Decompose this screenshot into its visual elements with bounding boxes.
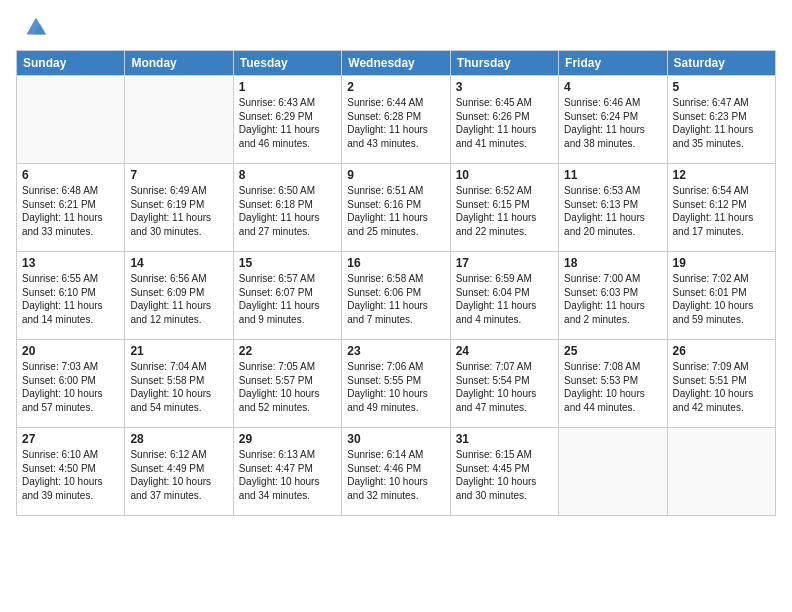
calendar-cell: 22Sunrise: 7:05 AMSunset: 5:57 PMDayligh…: [233, 340, 341, 428]
cell-info-line: and 44 minutes.: [564, 401, 661, 415]
cell-info-line: Sunset: 5:58 PM: [130, 374, 227, 388]
day-header-sunday: Sunday: [17, 51, 125, 76]
cell-info-line: Sunrise: 6:43 AM: [239, 96, 336, 110]
cell-info-line: Sunrise: 6:51 AM: [347, 184, 444, 198]
cell-info-line: Sunrise: 6:47 AM: [673, 96, 770, 110]
cell-info-line: and 2 minutes.: [564, 313, 661, 327]
calendar-cell: 8Sunrise: 6:50 AMSunset: 6:18 PMDaylight…: [233, 164, 341, 252]
calendar-cell: 15Sunrise: 6:57 AMSunset: 6:07 PMDayligh…: [233, 252, 341, 340]
cell-info-line: Sunset: 5:55 PM: [347, 374, 444, 388]
cell-info-line: Sunset: 6:13 PM: [564, 198, 661, 212]
calendar-cell: [125, 76, 233, 164]
cell-info-line: Daylight: 11 hours: [347, 211, 444, 225]
day-number: 3: [456, 80, 553, 94]
cell-info-line: Daylight: 11 hours: [130, 299, 227, 313]
day-number: 26: [673, 344, 770, 358]
cell-info-line: Daylight: 11 hours: [22, 299, 119, 313]
day-number: 24: [456, 344, 553, 358]
day-header-monday: Monday: [125, 51, 233, 76]
calendar-cell: 3Sunrise: 6:45 AMSunset: 6:26 PMDaylight…: [450, 76, 558, 164]
calendar-cell: 9Sunrise: 6:51 AMSunset: 6:16 PMDaylight…: [342, 164, 450, 252]
cell-info-line: Sunrise: 6:48 AM: [22, 184, 119, 198]
cell-info-line: Sunset: 6:29 PM: [239, 110, 336, 124]
cell-info-line: Sunrise: 6:46 AM: [564, 96, 661, 110]
calendar-cell: 29Sunrise: 6:13 AMSunset: 4:47 PMDayligh…: [233, 428, 341, 516]
calendar-week-5: 27Sunrise: 6:10 AMSunset: 4:50 PMDayligh…: [17, 428, 776, 516]
day-number: 28: [130, 432, 227, 446]
calendar-cell: 5Sunrise: 6:47 AMSunset: 6:23 PMDaylight…: [667, 76, 775, 164]
cell-info-line: Sunset: 6:03 PM: [564, 286, 661, 300]
cell-info-line: Sunrise: 7:08 AM: [564, 360, 661, 374]
cell-info-line: Sunrise: 7:06 AM: [347, 360, 444, 374]
cell-info-line: Sunset: 6:19 PM: [130, 198, 227, 212]
logo-icon: [22, 12, 50, 40]
cell-info-line: Sunrise: 7:03 AM: [22, 360, 119, 374]
cell-info-line: Daylight: 10 hours: [456, 387, 553, 401]
day-header-tuesday: Tuesday: [233, 51, 341, 76]
calendar-cell: [667, 428, 775, 516]
cell-info-line: Sunrise: 6:10 AM: [22, 448, 119, 462]
day-number: 4: [564, 80, 661, 94]
cell-info-line: Daylight: 10 hours: [239, 475, 336, 489]
cell-info-line: Sunrise: 6:57 AM: [239, 272, 336, 286]
cell-info-line: Daylight: 10 hours: [22, 387, 119, 401]
cell-info-line: Sunset: 6:26 PM: [456, 110, 553, 124]
cell-info-line: Daylight: 10 hours: [673, 299, 770, 313]
cell-info-line: Sunset: 6:24 PM: [564, 110, 661, 124]
cell-info-line: Sunset: 6:18 PM: [239, 198, 336, 212]
calendar-cell: 7Sunrise: 6:49 AMSunset: 6:19 PMDaylight…: [125, 164, 233, 252]
cell-info-line: and 59 minutes.: [673, 313, 770, 327]
calendar-cell: 2Sunrise: 6:44 AMSunset: 6:28 PMDaylight…: [342, 76, 450, 164]
cell-info-line: Sunset: 6:23 PM: [673, 110, 770, 124]
day-number: 16: [347, 256, 444, 270]
cell-info-line: Daylight: 11 hours: [22, 211, 119, 225]
day-number: 18: [564, 256, 661, 270]
calendar-cell: 1Sunrise: 6:43 AMSunset: 6:29 PMDaylight…: [233, 76, 341, 164]
day-number: 1: [239, 80, 336, 94]
cell-info-line: Daylight: 11 hours: [673, 123, 770, 137]
cell-info-line: and 4 minutes.: [456, 313, 553, 327]
calendar-week-1: 1Sunrise: 6:43 AMSunset: 6:29 PMDaylight…: [17, 76, 776, 164]
calendar-cell: 30Sunrise: 6:14 AMSunset: 4:46 PMDayligh…: [342, 428, 450, 516]
cell-info-line: Daylight: 10 hours: [130, 387, 227, 401]
cell-info-line: Sunrise: 6:44 AM: [347, 96, 444, 110]
calendar-cell: 18Sunrise: 7:00 AMSunset: 6:03 PMDayligh…: [559, 252, 667, 340]
cell-info-line: Sunset: 6:12 PM: [673, 198, 770, 212]
cell-info-line: Sunset: 4:47 PM: [239, 462, 336, 476]
cell-info-line: Sunrise: 6:52 AM: [456, 184, 553, 198]
calendar-cell: [17, 76, 125, 164]
cell-info-line: Sunset: 5:51 PM: [673, 374, 770, 388]
cell-info-line: and 41 minutes.: [456, 137, 553, 151]
cell-info-line: Sunrise: 6:58 AM: [347, 272, 444, 286]
day-number: 30: [347, 432, 444, 446]
day-number: 25: [564, 344, 661, 358]
calendar-cell: 21Sunrise: 7:04 AMSunset: 5:58 PMDayligh…: [125, 340, 233, 428]
cell-info-line: Sunrise: 6:56 AM: [130, 272, 227, 286]
calendar-week-3: 13Sunrise: 6:55 AMSunset: 6:10 PMDayligh…: [17, 252, 776, 340]
cell-info-line: Sunrise: 7:07 AM: [456, 360, 553, 374]
day-number: 27: [22, 432, 119, 446]
cell-info-line: Daylight: 10 hours: [130, 475, 227, 489]
day-number: 5: [673, 80, 770, 94]
calendar-cell: 10Sunrise: 6:52 AMSunset: 6:15 PMDayligh…: [450, 164, 558, 252]
day-number: 8: [239, 168, 336, 182]
cell-info-line: Sunrise: 7:05 AM: [239, 360, 336, 374]
cell-info-line: and 54 minutes.: [130, 401, 227, 415]
cell-info-line: and 49 minutes.: [347, 401, 444, 415]
day-number: 7: [130, 168, 227, 182]
cell-info-line: Sunrise: 6:53 AM: [564, 184, 661, 198]
calendar-cell: 28Sunrise: 6:12 AMSunset: 4:49 PMDayligh…: [125, 428, 233, 516]
cell-info-line: and 52 minutes.: [239, 401, 336, 415]
cell-info-line: and 32 minutes.: [347, 489, 444, 503]
cell-info-line: Sunset: 6:21 PM: [22, 198, 119, 212]
cell-info-line: Sunset: 5:53 PM: [564, 374, 661, 388]
cell-info-line: and 47 minutes.: [456, 401, 553, 415]
calendar: SundayMondayTuesdayWednesdayThursdayFrid…: [16, 50, 776, 602]
header: [0, 0, 792, 50]
calendar-cell: 24Sunrise: 7:07 AMSunset: 5:54 PMDayligh…: [450, 340, 558, 428]
cell-info-line: Daylight: 11 hours: [239, 211, 336, 225]
cell-info-line: and 27 minutes.: [239, 225, 336, 239]
cell-info-line: and 34 minutes.: [239, 489, 336, 503]
cell-info-line: and 9 minutes.: [239, 313, 336, 327]
day-number: 9: [347, 168, 444, 182]
